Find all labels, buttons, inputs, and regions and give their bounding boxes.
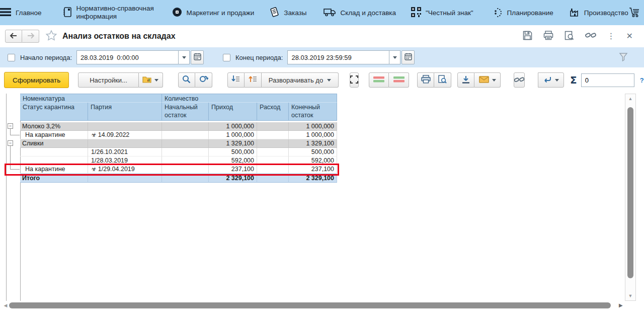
arrow-down-list-icon [231,75,240,85]
change-history-button[interactable] [538,72,564,88]
back-button[interactable] [5,30,22,43]
printer-icon [421,75,431,85]
filter-funnel-icon[interactable] [619,52,628,63]
hamburger-icon [0,8,11,18]
settings-button[interactable]: Настройки... [78,72,139,88]
print-button[interactable] [543,31,553,42]
fullscreen-icon [350,75,358,85]
table-row-group-cream[interactable]: Сливки 1 329,100 1 329,100 [20,139,337,148]
header-start-balance[interactable]: Начальный остаток [162,103,209,121]
cart-button[interactable] [628,7,640,19]
menu-item-warehouse-delivery[interactable]: Склад и доставка [324,7,396,19]
period-start-input[interactable] [77,54,178,61]
menu-item-chestny-znak[interactable]: "Честный знак" [411,7,473,19]
scroll-left-arrow[interactable]: ◀ [2,303,9,308]
calendar-icon [405,53,412,62]
header-quantity[interactable]: Количество [162,94,337,103]
period-end-label: Конец периода: [235,54,283,61]
table-row-detail-highlighted[interactable]: На карантине ☣1/29.04.2019 237,100 237,1… [20,165,337,174]
find-button[interactable] [178,72,195,88]
scroll-right-arrow[interactable]: ▶ [619,302,623,308]
orders-icon [269,7,279,19]
header-end-balance[interactable]: Конечный остаток [289,103,337,121]
period-start-checkbox[interactable] [8,54,15,61]
scroll-up-arrow[interactable]: ▲ [625,96,635,101]
find-next-button[interactable] [195,72,212,88]
header-inflow[interactable]: Приход [209,103,257,121]
more-actions-button[interactable]: ⋮ [607,32,615,40]
tree-line [10,169,20,170]
period-start-calendar-button[interactable] [191,50,204,64]
chevron-down-icon [492,79,496,82]
period-start-input-wrap [76,50,178,64]
period-bar: Начало периода: Конец периода: [0,47,644,67]
favorite-star-icon[interactable] [45,30,57,43]
sum-field[interactable] [581,73,634,87]
menu-item-production[interactable]: Производство [570,7,628,19]
collapse-group-cream-button[interactable]: − [8,140,13,146]
factory-icon [570,7,580,19]
period-end-checkbox[interactable] [223,54,230,61]
close-icon[interactable]: ✕ [626,32,633,40]
print-preview-button[interactable] [434,72,451,88]
period-start-dropdown[interactable] [178,50,190,64]
menu-label: "Честный знак" [426,9,473,17]
menu-item-reference-info[interactable]: Нормативно-справочная информация [63,5,163,20]
download-icon [462,75,470,85]
header-batch[interactable]: Партия [88,103,162,121]
header-quarantine-status[interactable]: Статус карантина [20,103,88,121]
search-refresh-icon [199,75,208,85]
report-variants-button[interactable] [139,72,163,88]
vertical-scrollbar[interactable]: ▲ ▼ [625,94,636,301]
menu-item-main[interactable]: Главное [16,9,42,17]
envelope-icon [479,76,489,85]
menu-item-orders[interactable]: Заказы [269,7,306,19]
stripes-green-red-icon [393,76,405,85]
period-end-dropdown[interactable] [389,50,400,64]
page-title: Анализ остатков на складах [62,32,176,41]
vertical-scroll-thumb[interactable] [627,107,633,278]
header-nomenclature[interactable]: Номенклатура [20,94,162,103]
period-end-calendar-button[interactable] [401,50,415,64]
table-row-detail[interactable]: 1/26.10.2021 500,000 500,000 [20,148,337,156]
menu-item-planning[interactable]: Планирование [494,7,553,19]
collapse-groups-button[interactable] [369,72,389,88]
scroll-down-arrow[interactable]: ▼ [625,293,635,298]
expand-groups-button[interactable] [389,72,409,88]
print-button[interactable] [417,72,434,88]
hamburger-menu-button[interactable] [0,0,11,25]
help-button[interactable]: ? [640,76,644,84]
send-email-button[interactable] [474,72,501,88]
link-button[interactable] [585,31,596,42]
search-icon [182,75,191,85]
collapse-group-milk-button[interactable]: − [8,123,13,129]
book-icon [63,7,72,19]
table-row-detail[interactable]: На карантине ☣14.09.2022 1 000,000 1 000… [20,131,337,139]
preview-button[interactable] [565,31,574,42]
table-row-detail[interactable]: 1/28.03.2019 592,000 592,000 [20,156,337,165]
menu-item-marketing-sales[interactable]: Маркетинг и продажи [172,7,255,19]
forward-arrow-icon [27,32,35,41]
fullscreen-button[interactable] [350,72,359,88]
save-button[interactable] [523,31,532,42]
horizontal-scrollbar[interactable]: ◀ [2,302,621,309]
return-arrow-icon [543,76,551,84]
forward-button[interactable] [22,30,39,43]
get-link-button[interactable] [514,72,525,88]
generate-button[interactable]: Сформировать [4,72,69,88]
biohazard-icon: ☣ [91,165,97,173]
header-outflow[interactable]: Расход [257,103,289,121]
collapse-rows-button[interactable] [227,72,245,88]
menu-label: Маркетинг и продажи [187,9,255,17]
table-row-group-milk[interactable]: Молоко 3,2% 1 000,000 1 000,000 [20,122,337,131]
table-row-total[interactable]: Итого 2 329,100 2 329,100 [20,174,337,183]
expand-rows-button[interactable] [245,72,262,88]
qr-code-icon [411,7,421,19]
horizontal-scroll-thumb[interactable] [9,302,611,308]
expand-to-button[interactable]: Разворачивать до [262,72,339,88]
back-arrow-icon [10,32,18,41]
period-end-input[interactable] [288,54,389,61]
save-result-button[interactable] [457,72,474,88]
arrow-up-list-icon [249,75,257,85]
report-area: − − Номенклатура Количество Статус каран… [0,93,644,316]
